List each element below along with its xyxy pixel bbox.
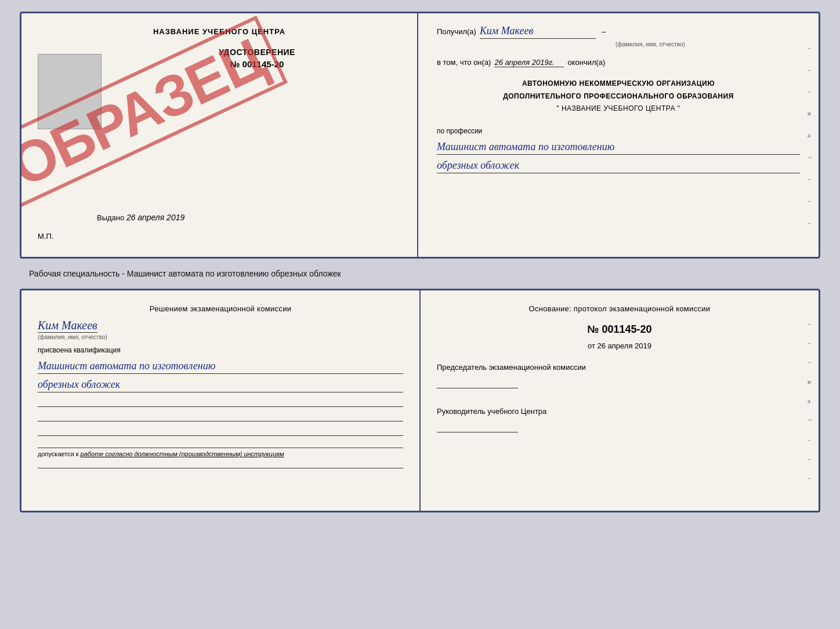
osnovanie-block: Основание: протокол экзаменационной коми… (437, 304, 802, 313)
bottom-document: Решением экзаменационной комиссии Ким Ма… (20, 289, 820, 512)
reshen-label: Решением экзаменационной комиссии (38, 304, 403, 313)
training-center-title: НАЗВАНИЕ УЧЕБНОГО ЦЕНТРА (38, 27, 401, 36)
top-doc-left: НАЗВАНИЕ УЧЕБНОГО ЦЕНТРА УДОСТОВЕРЕНИЕ №… (21, 13, 418, 257)
predsedatel-sig (437, 377, 518, 389)
po-professii: по профессии (437, 127, 800, 135)
prisvoena: присвоена квалификация (38, 346, 403, 354)
udostoverenie-number: № 001145-20 (113, 59, 401, 69)
date-value: 26 апреля 2019г. (494, 58, 564, 67)
blank-line-1 (38, 396, 403, 407)
vydano-label: Выдано (97, 213, 124, 222)
org-line1: АВТОНОМНУЮ НЕКОММЕРЧЕСКУЮ ОРГАНИЗАЦИЮ (437, 78, 800, 90)
top-doc-right: Получил(а) Ким Макеев – (фамилия, имя, о… (418, 13, 819, 257)
bottom-name: Ким Макеев (38, 319, 97, 333)
blank-line-4 (38, 457, 403, 468)
rukovoditel-sig (437, 421, 518, 433)
ot-date: от 26 апреля 2019 (437, 341, 802, 350)
dopuskaetsya-block: допускается к работе согласно должностны… (38, 448, 403, 457)
between-label: Рабочая специальность - Машинист автомат… (12, 269, 341, 278)
org-line2: ДОПОЛНИТЕЛЬНОГО ПРОФЕССИОНАЛЬНОГО ОБРАЗО… (437, 90, 800, 103)
poluchil-dash: – (602, 27, 606, 36)
ot-date-value: 26 апреля 2019 (598, 341, 652, 350)
mp-label: М.П. (38, 232, 53, 241)
bottom-doc-left: Решением экзаменационной комиссии Ким Ма… (21, 290, 421, 511)
fio-hint-top: (фамилия, имя, отчество) (501, 41, 800, 48)
bottom-doc-right: Основание: протокол экзаменационной коми… (421, 290, 819, 511)
v-tom-label: в том, что он(а) (437, 58, 491, 67)
udostoverenie-label: УДОСТОВЕРЕНИЕ (113, 48, 401, 57)
poluchil-line: Получил(а) Ким Макеев – (437, 25, 800, 39)
blank-line-3 (38, 425, 403, 436)
rukovoditel-label: Руководитель учебного Центра (437, 406, 802, 417)
profession-line2: обрезных обложек (437, 158, 800, 173)
right-dashes: –––иа←––– (808, 13, 814, 257)
okonchil-label: окончил(а) (567, 58, 605, 67)
bottom-profession-line2: обрезных обложек (38, 377, 403, 392)
vydano-line: Выдано 26 апреля 2019 (97, 213, 184, 222)
ot-label: от (588, 341, 595, 350)
v-tom-line: в том, что он(а) 26 апреля 2019г. окончи… (437, 58, 800, 67)
profession-line1: Машинист автомата по изготовлению (437, 140, 800, 155)
photo-placeholder (38, 54, 102, 129)
dopuskaetsya-label: допускается к (38, 450, 79, 457)
vydano-date: 26 апреля 2019 (126, 213, 184, 222)
dopuskaetsya-value: работе согласно должностным (производств… (81, 450, 284, 457)
protocol-number: № 001145-20 (437, 323, 802, 336)
fio-sub-bottom: (фамилия, имя, отчество) (38, 334, 403, 340)
predsedatel-block: Председатель экзаменационной комиссии (437, 362, 802, 388)
predsedatel-label: Председатель экзаменационной комиссии (437, 362, 802, 373)
poluchil-label: Получил(а) (437, 27, 476, 36)
bottom-profession-line1: Машинист автомата по изготовлению (38, 359, 403, 374)
poluchil-name: Ким Макеев (480, 25, 596, 39)
blank-line-2 (38, 410, 403, 421)
top-document: НАЗВАНИЕ УЧЕБНОГО ЦЕНТРА УДОСТОВЕРЕНИЕ №… (20, 12, 820, 259)
org-line3: " НАЗВАНИЕ УЧЕБНОГО ЦЕНТРА " (437, 103, 800, 115)
rukovoditel-block: Руководитель учебного Центра (437, 406, 802, 432)
udostoverenie-block: УДОСТОВЕРЕНИЕ № 001145-20 (113, 48, 401, 69)
org-block: АВТОНОМНУЮ НЕКОММЕРЧЕСКУЮ ОРГАНИЗАЦИЮ ДО… (437, 78, 800, 115)
right-dashes-bottom: –––иа←––– (808, 290, 814, 511)
